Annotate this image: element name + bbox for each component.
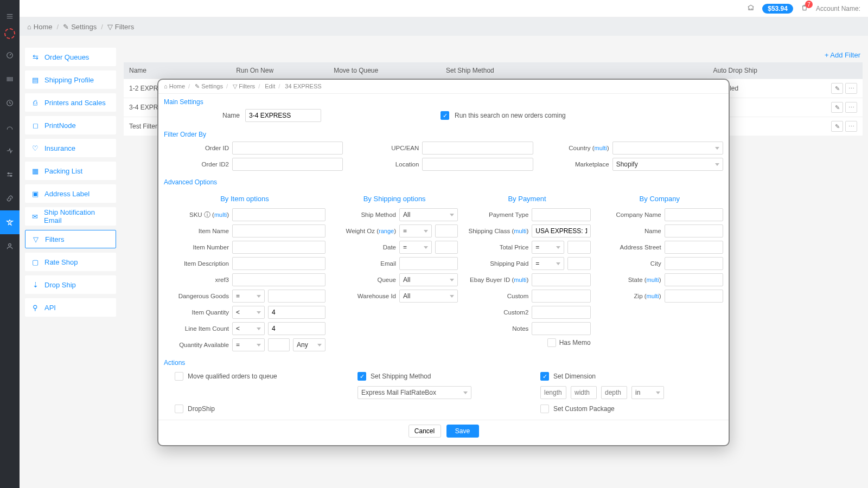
item-number-input[interactable] [232,241,326,254]
total-price-input[interactable] [567,241,590,254]
date-input[interactable] [435,241,458,254]
sku-input[interactable] [232,208,326,221]
weight-range-link[interactable]: range [379,228,394,234]
weight-op-select[interactable]: = [399,224,432,237]
dim-width-input[interactable] [571,386,597,399]
xref3-input[interactable] [232,273,326,286]
payment-type-label: Payment Type [463,211,528,218]
ship-method-select[interactable]: All [399,208,458,221]
order-id-label: Order ID [164,145,229,151]
by-company-heading: By Company [596,189,723,208]
mcrumb-home[interactable]: Home [169,83,185,89]
edit-filter-modal: ⌂ Home/ ✎ Settings/ ▽ Filters/ Edit/ 34 … [157,79,730,446]
filter-name-input[interactable] [245,109,321,122]
dropship-label: DropShip [188,405,215,413]
company-name-label: Company Name [596,211,661,218]
run-search-label: Run this search on new orders coming [455,112,566,119]
city-label: City [596,260,661,267]
set-ship-method-checkbox[interactable] [358,372,366,381]
ship-method-action-select[interactable]: Express Mail FlatRateBox [358,386,471,399]
state-label: State (multi) [596,277,661,283]
main-settings-heading: Main Settings [164,94,723,109]
qty-avail-any-select[interactable]: Any [293,338,326,351]
has-memo-checkbox[interactable] [547,338,556,347]
state-input[interactable] [665,273,723,286]
qty-avail-label: Quantity Available [164,342,229,348]
shipping-class-input[interactable] [532,224,590,237]
payment-type-input[interactable] [532,208,590,221]
dim-unit-select[interactable]: in [631,386,664,399]
email-input[interactable] [399,257,458,270]
email-label: Email [331,260,396,267]
warehouse-select[interactable]: All [399,290,458,303]
xref3-label: xref3 [164,277,229,283]
total-op-select[interactable]: = [532,241,564,254]
zip-input[interactable] [665,290,723,303]
line-count-input[interactable] [268,322,326,335]
weight-input[interactable] [435,224,458,237]
ebay-input[interactable] [532,273,590,286]
modal-footer: Cancel Save [158,420,729,440]
qty-avail-input[interactable] [268,338,290,351]
state-multi-link[interactable]: multi [647,277,659,283]
zip-multi-link[interactable]: multi [647,293,659,299]
custom-input[interactable] [532,290,590,303]
has-memo-label: Has Memo [559,339,591,346]
mcrumb-settings[interactable]: Settings [201,83,223,89]
cancel-button[interactable]: Cancel [409,425,441,438]
dangerous-input[interactable] [268,290,326,303]
qty-avail-op-select[interactable]: = [232,338,265,351]
date-label: Date [331,244,396,251]
item-desc-input[interactable] [232,257,326,270]
item-qty-op-select[interactable]: < [232,306,265,319]
shipping-paid-label: Shipping Paid [463,260,528,267]
line-count-label: Line Item Count [164,325,229,332]
notes-input[interactable] [532,322,590,335]
order-id2-input[interactable] [232,158,343,171]
name2-input[interactable] [665,224,723,237]
queue-select[interactable]: All [399,273,458,286]
modal-overlay: ⌂ Home/ ✎ Settings/ ▽ Filters/ Edit/ 34 … [0,0,868,488]
item-name-input[interactable] [232,224,326,237]
ebay-multi-link[interactable]: multi [514,277,526,283]
name2-label: Name [596,228,661,234]
notes-label: Notes [463,325,528,332]
dangerous-op-select[interactable]: = [232,290,265,303]
sku-multi-link[interactable]: multi [214,211,227,218]
upc-input[interactable] [422,142,533,155]
set-custom-package-label: Set Custom Package [553,405,615,413]
set-dimension-checkbox[interactable] [540,372,549,381]
mcrumb-edit[interactable]: Edit [265,83,275,89]
location-input[interactable] [422,158,533,171]
custom-label: Custom [463,293,528,299]
spaid-op-select[interactable]: = [532,257,564,270]
actions-heading: Actions [164,355,723,370]
by-item-heading: By Item options [164,189,326,208]
set-ship-method-label: Set Shipping Method [371,373,431,380]
country-select[interactable] [612,142,723,155]
dim-length-input[interactable] [540,386,566,399]
line-count-op-select[interactable]: < [232,322,265,335]
run-search-checkbox[interactable] [441,111,449,120]
item-name-label: Item Name [164,228,229,234]
shipping-paid-input[interactable] [567,257,590,270]
set-custom-package-checkbox[interactable] [540,404,549,413]
company-name-input[interactable] [665,208,723,221]
marketplace-select[interactable]: Shopify [612,158,723,171]
item-qty-input[interactable] [268,306,326,319]
country-multi-link[interactable]: multi [595,145,607,151]
date-op-select[interactable]: = [399,241,432,254]
sclass-multi-link[interactable]: multi [514,228,526,234]
order-id-input[interactable] [232,142,343,155]
save-button[interactable]: Save [446,425,479,438]
by-payment-heading: By Payment [463,189,590,208]
name-label: Name [164,112,240,119]
dropship-checkbox[interactable] [175,404,183,413]
custom2-input[interactable] [532,306,590,319]
set-dimension-label: Set Dimension [553,373,596,380]
city-input[interactable] [665,257,723,270]
dim-depth-input[interactable] [601,386,627,399]
street-input[interactable] [665,241,723,254]
mcrumb-filters[interactable]: Filters [239,83,255,89]
move-orders-checkbox[interactable] [175,372,183,381]
